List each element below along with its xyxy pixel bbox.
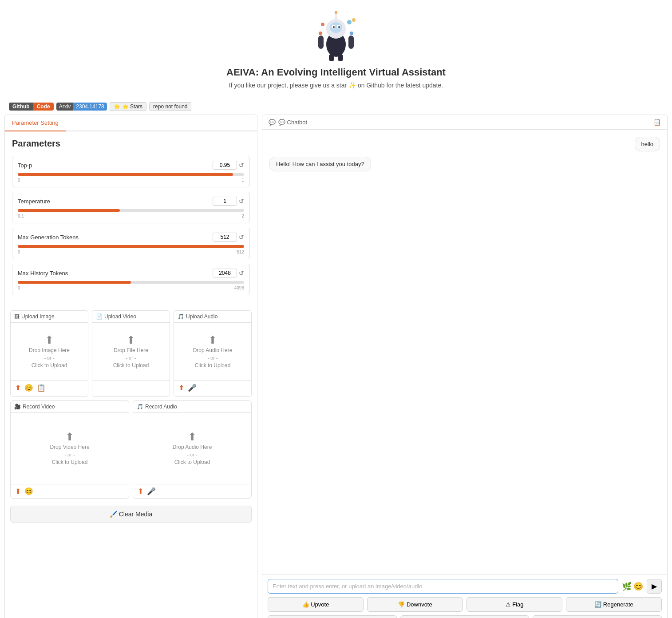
upload-audio-or: - or - bbox=[207, 355, 217, 360]
slider-top-p-reset[interactable]: ↺ bbox=[239, 162, 244, 169]
slider-max-hist-max: 4096 bbox=[234, 285, 244, 290]
chat-text-input[interactable] bbox=[268, 579, 618, 594]
slider-max-gen-input[interactable] bbox=[213, 233, 237, 242]
record-video-footer-upload[interactable]: ⬆ bbox=[15, 487, 21, 495]
chat-messages: hello Hello! How can I assist you today? bbox=[262, 130, 667, 574]
slider-max-gen-min: 0 bbox=[18, 250, 20, 254]
arxiv-value[interactable]: 2304.14178 bbox=[73, 103, 107, 111]
upload-video-label: Upload Video bbox=[104, 313, 136, 320]
downvote-button[interactable]: 👎 Downvote bbox=[367, 597, 463, 612]
upload-zones-bottom: 🎥 Record Video ⬆ Drop Video Here - or - … bbox=[5, 400, 257, 502]
upload-image-drop[interactable]: ⬆ Drop Image Here - or - Click to Upload bbox=[11, 323, 88, 380]
chat-message-bot-1: Hello! How can I assist you today? bbox=[269, 157, 371, 171]
record-audio-click-text: Click to Upload bbox=[174, 459, 210, 465]
upload-audio-drop[interactable]: ⬆ Drop Audio Here - or - Click to Upload bbox=[174, 323, 251, 380]
slider-temperature-max: 2 bbox=[241, 214, 244, 218]
upload-video-upload-icon: ⬆ bbox=[126, 335, 135, 345]
svg-point-15 bbox=[347, 20, 352, 24]
upload-image-zone: 🖼 Upload Image ⬆ Drop Image Here - or - … bbox=[10, 310, 88, 397]
record-audio-footer-mic[interactable]: 🎤 bbox=[147, 487, 156, 495]
stars-badge[interactable]: ⭐ ⭐ Stars bbox=[110, 102, 146, 111]
record-audio-zone: 🎵 Record Audio ⬆ Drop Audio Here - or - … bbox=[133, 400, 252, 499]
slider-temperature-reset[interactable]: ↺ bbox=[239, 198, 244, 205]
record-video-zone: 🎥 Record Video ⬆ Drop Video Here - or - … bbox=[10, 400, 129, 499]
chatbot-copy-icon[interactable]: 📋 bbox=[653, 119, 661, 126]
chat-message-user-1: hello bbox=[635, 137, 660, 151]
record-video-drop[interactable]: ⬆ Drop Video Here - or - Click to Upload bbox=[11, 413, 129, 484]
record-audio-icon: 🎵 bbox=[137, 404, 143, 410]
slider-max-gen-max: 512 bbox=[237, 250, 244, 254]
upload-image-footer-file[interactable]: 📋 bbox=[37, 384, 46, 392]
right-panel: 💬 💬 Chatbot 📋 hello Hello! How can I ass… bbox=[262, 115, 668, 618]
slider-temperature-input[interactable] bbox=[213, 197, 237, 206]
app-title: AEIVA: An Evolving Intelligent Virtual A… bbox=[0, 67, 672, 78]
slider-max-gen-tokens: Max Generation Tokens ↺ 0 512 bbox=[12, 228, 250, 259]
record-audio-or: - or - bbox=[187, 452, 197, 457]
slider-top-p-input[interactable] bbox=[213, 161, 237, 170]
upload-video-drop-text: Drop File Here bbox=[114, 347, 148, 353]
svg-point-17 bbox=[321, 23, 324, 26]
svg-rect-10 bbox=[348, 36, 354, 49]
upvote-button[interactable]: 👍 Upvote bbox=[268, 597, 364, 612]
record-audio-upload-icon: ⬆ bbox=[188, 432, 197, 442]
upload-audio-upload-icon: ⬆ bbox=[208, 335, 217, 345]
tab-parameter-setting[interactable]: Parameter Setting bbox=[5, 115, 66, 131]
clear-media-button[interactable]: 🖌️ Clear Media bbox=[10, 506, 252, 523]
slider-temperature-min: 0.1 bbox=[18, 214, 24, 218]
upload-video-icon: 📄 bbox=[96, 313, 103, 320]
record-video-footer-emoji[interactable]: 😊 bbox=[24, 487, 33, 495]
upload-image-click-text: Click to Upload bbox=[32, 362, 67, 368]
app-subtitle: If you like our project, please give us … bbox=[0, 82, 672, 89]
slider-top-p-max: 1 bbox=[241, 178, 244, 182]
upload-video-click-text: Click to Upload bbox=[113, 362, 149, 368]
slider-top-p: Top-p ↺ 0 1 bbox=[12, 156, 250, 187]
record-video-click-text: Click to Upload bbox=[52, 459, 88, 465]
slider-temperature-label: Temperature bbox=[18, 198, 50, 205]
upload-video-drop[interactable]: ⬆ Drop File Here - or - Click to Upload bbox=[92, 323, 170, 380]
repo-status: repo not found bbox=[149, 102, 191, 111]
slider-max-hist-min: 0 bbox=[18, 285, 20, 290]
upload-image-footer-upload[interactable]: ⬆ bbox=[15, 384, 21, 392]
upload-audio-footer-upload[interactable]: ⬆ bbox=[178, 384, 184, 392]
record-audio-label: Record Audio bbox=[145, 404, 177, 410]
chat-input-icon-1: 🌿 bbox=[622, 582, 632, 591]
record-audio-footer-upload[interactable]: ⬆ bbox=[138, 487, 143, 495]
parameters-title: Parameters bbox=[12, 139, 250, 149]
new-conversation-button[interactable]: ✏️ New Conversation bbox=[400, 615, 530, 618]
svg-point-5 bbox=[333, 26, 335, 28]
badge-row: Github Code Arxiv 2304.14178 ⭐ ⭐ Stars r… bbox=[0, 99, 672, 115]
chat-input-icon-2: 😊 bbox=[633, 582, 643, 591]
slider-top-p-min: 0 bbox=[18, 178, 20, 182]
record-video-drop-text: Drop Video Here bbox=[50, 444, 89, 450]
flag-button[interactable]: ⚠ Flag bbox=[466, 597, 562, 612]
slider-max-hist-input[interactable] bbox=[213, 269, 237, 277]
upload-audio-label: Upload Audio bbox=[186, 313, 217, 320]
upload-image-label: Upload Image bbox=[21, 313, 55, 320]
regenerate-button[interactable]: 🔄 Regenerate bbox=[566, 597, 662, 612]
chat-send-button[interactable]: ▶ bbox=[647, 579, 662, 594]
svg-point-16 bbox=[352, 18, 356, 22]
code-badge[interactable]: Code bbox=[33, 103, 54, 111]
slider-max-hist-reset[interactable]: ↺ bbox=[239, 269, 244, 277]
svg-rect-11 bbox=[329, 54, 334, 61]
slider-temperature: Temperature ↺ 0.1 2 bbox=[12, 192, 250, 223]
github-badge[interactable]: Github bbox=[9, 103, 33, 111]
svg-rect-12 bbox=[338, 54, 343, 61]
slider-max-hist-tokens: Max History Tokens ↺ 0 4096 bbox=[12, 264, 250, 295]
upload-audio-icon: 🎵 bbox=[178, 313, 184, 320]
svg-rect-9 bbox=[318, 36, 324, 49]
remove-last-turn-button[interactable]: 🗑️ Remove Last Turn bbox=[533, 615, 662, 618]
upload-audio-drop-text: Drop Audio Here bbox=[193, 347, 233, 353]
upload-audio-footer-mic[interactable]: 🎤 bbox=[188, 384, 197, 392]
tab-bar: Parameter Setting bbox=[5, 115, 257, 131]
svg-point-8 bbox=[335, 11, 337, 14]
svg-point-14 bbox=[350, 32, 353, 35]
slider-max-gen-reset[interactable]: ↺ bbox=[239, 234, 244, 241]
svg-point-13 bbox=[319, 32, 322, 35]
upload-image-icon: 🖼 bbox=[14, 313, 20, 320]
clear-history-button[interactable]: 🗑️ Clear History bbox=[268, 615, 397, 618]
svg-point-2 bbox=[330, 22, 342, 33]
stars-icon: ⭐ bbox=[114, 103, 120, 110]
upload-image-footer-emoji[interactable]: 😊 bbox=[24, 384, 33, 392]
record-audio-drop[interactable]: ⬆ Drop Audio Here - or - Click to Upload bbox=[133, 413, 251, 484]
